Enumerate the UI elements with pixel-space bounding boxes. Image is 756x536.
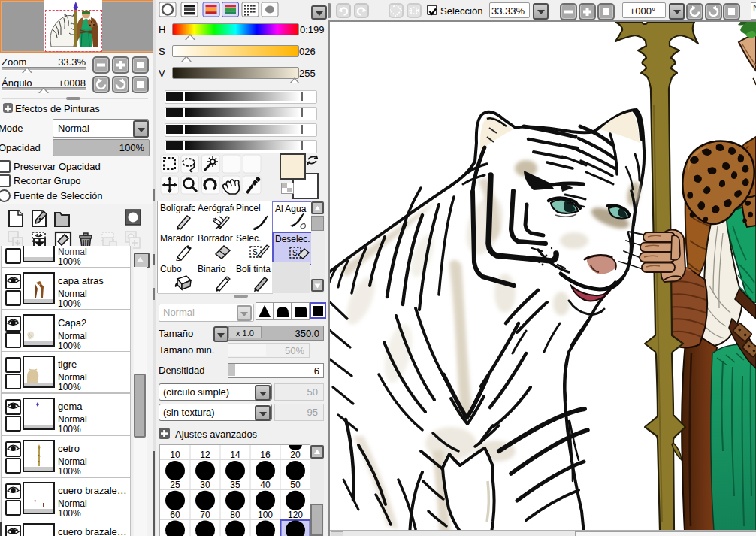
svg-text:12: 12 <box>200 450 210 460</box>
svg-text:14: 14 <box>230 450 240 460</box>
svg-text:S: S <box>253 248 258 256</box>
svg-text:16: 16 <box>260 450 271 460</box>
svg-text:40: 40 <box>260 480 271 490</box>
svg-text:100: 100 <box>258 510 273 520</box>
svg-text:30: 30 <box>200 480 210 490</box>
svg-text:50: 50 <box>290 480 301 490</box>
svg-text:a: a <box>213 216 216 223</box>
svg-text:120: 120 <box>288 510 303 520</box>
svg-text:25: 25 <box>170 480 180 490</box>
svg-text:80: 80 <box>230 510 240 520</box>
svg-text:10: 10 <box>170 450 180 460</box>
svg-text:S: S <box>292 249 298 257</box>
svg-text:20: 20 <box>290 450 301 460</box>
svg-text:70: 70 <box>200 510 210 520</box>
svg-text:35: 35 <box>230 480 240 490</box>
svg-text:60: 60 <box>170 510 180 520</box>
